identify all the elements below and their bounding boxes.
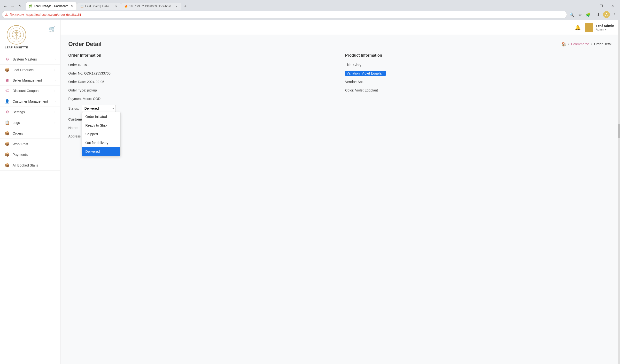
cart-icon[interactable]: 🛒 [49,26,55,32]
window-close[interactable]: ✕ [607,2,618,10]
bookmark-icon-btn[interactable]: ☆ [577,11,583,18]
order-no-row: Order No: ODR1725533705 [68,71,335,76]
browser-back[interactable]: ← [2,3,9,10]
variation-row: Variation: Violet Eggplant [345,71,612,76]
address-bar[interactable]: ⚠ Not secure https://leafrosette.com/ord… [2,11,567,18]
nav-item-logs[interactable]: 📋 Logs › [0,117,60,128]
breadcrumb-separator-1: / [568,42,569,46]
order-id-label: Order ID: [68,63,82,67]
sidebar-logo-area: LEAF ROSETTE 🛒 [0,20,60,54]
address-label: Address [68,134,81,138]
admin-info-area: Leaf Admin Admin ▾ [585,23,614,32]
browser-forward[interactable]: → [9,3,16,10]
logo-name: LEAF ROSETTE [5,46,28,49]
user-avatar-chrome[interactable]: A [603,11,610,18]
payments-label: Payments [13,153,28,157]
chrome-menu[interactable]: ⋮ [611,11,618,18]
logo-circle [7,25,26,45]
nav-item-work-post[interactable]: 📦 Work Post [0,139,60,149]
vendor-value: Abc [357,80,363,84]
tab-pma[interactable]: 🔥 185.199.52.196:8009 / localhost... ✕ [121,3,181,10]
logo-svg [12,30,21,40]
dropdown-item-ready-to-ship[interactable]: Ready to Ship [82,121,120,130]
nav-item-leaf-products[interactable]: 📦 Leaf Products › [0,65,60,75]
tab3-title: 185.199.52.196:8009 / localhost... [129,5,173,8]
dropdown-item-delivered[interactable]: Delivered [82,147,120,156]
leaf-products-chevron: › [54,68,55,72]
browser-reload[interactable]: ↻ [16,3,23,10]
settings-chevron: › [54,110,55,114]
bell-icon: 🔔 [575,25,581,30]
tab-trello[interactable]: 📋 Leaf Board | Trello ✕ [77,3,121,10]
logs-label: Logs [13,121,20,125]
status-select-wrapper[interactable]: Order InitiatedReady to ShipShippedOut f… [82,105,116,112]
customer-management-label: Customer Management [13,99,48,103]
payment-mode-label: Payment Mode: [68,97,92,101]
new-tab-button[interactable]: + [182,3,189,10]
nav-item-orders[interactable]: 📦 Orders [0,128,60,139]
scrollbar-thumb[interactable] [618,124,620,138]
nav-item-payments[interactable]: 📦 Payments [0,149,60,160]
status-select[interactable]: Order InitiatedReady to ShipShippedOut f… [82,105,116,112]
customer-section-label: Custome [68,117,83,121]
breadcrumb-home-icon[interactable]: 🏠 [561,42,566,46]
vendor-label: Vendor: [345,80,357,84]
breadcrumb-ecommerce[interactable]: Ecommerce [571,42,589,46]
window-maximize[interactable]: ❐ [596,2,607,10]
download-icon-btn[interactable]: ⬇ [595,11,602,18]
tab3-close[interactable]: ✕ [175,4,178,8]
order-type-label: Order Type: [68,88,86,92]
dropdown-item-shipped[interactable]: Shipped [82,130,120,138]
tab2-favicon: 📋 [80,5,84,8]
settings-label: Settings [13,110,25,114]
product-info-title: Product Information [345,53,612,58]
dropdown-item-out-for-delivery[interactable]: Out for delivery [82,138,120,147]
search-icon-btn[interactable]: 🔍 [568,11,575,18]
extension-icon-btn[interactable]: 🧩 [585,11,592,18]
variation-text: Variation: Violet Eggplant [345,71,386,76]
discount-coupon-icon: 🏷 [5,89,10,93]
discount-coupon-label: Discount Coupon [13,89,39,93]
breadcrumb-current: Order Detail [594,42,612,46]
color-row: Color: Violet Eggplant [345,88,612,93]
admin-text: Leaf Admin Admin ▾ [596,24,614,31]
status-row: Status: Order InitiatedReady to ShipShip… [68,105,335,112]
color-label: Color: [345,88,354,92]
nav-item-all-booked-stalls[interactable]: 📦 All Booked Stalls [0,160,60,171]
tab1-favicon: 🌿 [29,4,32,8]
tab2-title: Leaf Board | Trello [85,5,113,8]
system-masters-chevron: › [54,58,55,61]
work-post-icon: 📦 [5,142,10,146]
nav-item-system-masters[interactable]: ⚙ System Masters › [0,54,60,65]
notification-button[interactable]: 🔔 [575,25,581,30]
product-title-label: Title: [345,63,352,67]
nav-item-discount-coupon[interactable]: 🏷 Discount Coupon › [0,86,60,96]
window-minimize[interactable]: — [585,2,596,10]
customer-management-chevron: › [54,100,55,103]
order-type-row: Order Type: pickup [68,88,335,93]
admin-name: Leaf Admin [596,24,614,28]
leaf-products-label: Leaf Products [13,68,33,72]
admin-role: Admin ▾ [596,28,614,31]
nav-item-seller-management[interactable]: 🖥 Seller Management › [0,75,60,86]
tab1-close[interactable]: ✕ [70,4,74,8]
breadcrumb-separator-2: / [591,42,592,46]
dropdown-item-order-initiated[interactable]: Order Initiated [82,112,120,121]
admin-avatar [585,23,593,32]
tab-leaf-lifestyle[interactable]: 🌿 Leaf LifeStyle - Dashboard ✕ [26,2,77,10]
status-label: Status: [68,106,79,110]
discount-coupon-chevron: › [54,89,55,92]
nav-item-customer-management[interactable]: 👤 Customer Management › [0,96,60,107]
page-title: Order Detail [68,41,101,47]
leaf-products-icon: 📦 [5,68,10,72]
tab3-favicon: 🔥 [124,5,128,8]
status-dropdown-menu: Order Initiated Ready to Ship Shipped Ou… [82,112,121,156]
nav-item-settings[interactable]: ⚙ Settings › [0,107,60,117]
main-content: Order Detail 🏠 / Ecommerce / Order Detai… [61,35,620,364]
tab2-close[interactable]: ✕ [114,4,118,8]
orders-icon: 📦 [5,131,10,136]
scrollbar[interactable] [618,20,620,364]
variation-highlight: Variation: Violet Eggplant [345,71,386,76]
tab1-title: Leaf LifeStyle - Dashboard [34,4,68,8]
admin-chevron-icon: ▾ [605,28,606,31]
